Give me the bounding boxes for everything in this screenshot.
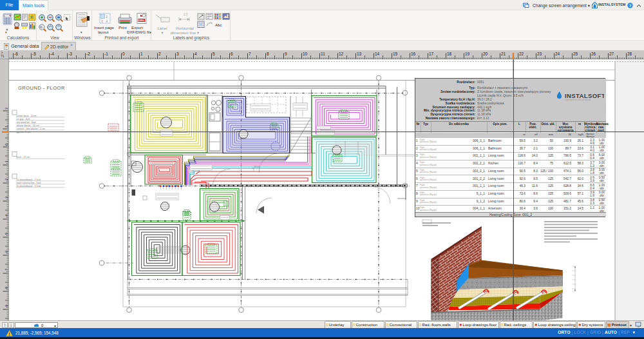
svg-text:7: 7 — [249, 52, 251, 56]
svg-text:17: 17 — [429, 52, 434, 56]
svg-text:-7: -7 — [5, 268, 8, 272]
svg-text:-1: -1 — [104, 52, 108, 56]
svg-text:layout: layout — [98, 30, 109, 34]
svg-text:19: 19 — [465, 52, 470, 56]
svg-text:2x plasterboard - 2.5cm: 2x plasterboard - 2.5cm — [17, 185, 41, 188]
svg-text:27: 27 — [609, 52, 614, 56]
svg-text:21: 21 — [501, 52, 506, 56]
svg-text:t i e e n p e r f e c t e: t i e e n p e r f e c t e s o f t w a r … — [565, 99, 591, 101]
svg-text:2: 2 — [5, 107, 8, 110]
svg-text:GROUND - FLOOR: GROUND - FLOOR — [18, 85, 65, 91]
svg-text:5: 5 — [213, 52, 215, 56]
svg-text:2x plasterboard - 2.5cm: 2x plasterboard - 2.5cm — [17, 179, 41, 181]
svg-text:anti-wind foil - 8um: anti-wind foil - 8um — [17, 121, 36, 124]
svg-text:20: 20 — [483, 52, 488, 56]
svg-text:%: % — [40, 26, 43, 29]
svg-text:4: 4 — [194, 52, 197, 56]
svg-text:Export: Export — [131, 25, 143, 30]
svg-text:-2: -2 — [86, 52, 90, 56]
svg-text:11: 11 — [321, 52, 325, 56]
svg-text:2: 2 — [158, 52, 161, 56]
svg-text:04.00: 04.00 — [254, 165, 261, 168]
svg-text:-6: -6 — [5, 250, 8, 254]
svg-text:-2: -2 — [5, 178, 8, 182]
svg-text:clinker brick - 12cm: clinker brick - 12cm — [17, 115, 37, 117]
svg-text:0: 0 — [122, 52, 125, 56]
svg-text:-4: -4 — [50, 52, 54, 56]
svg-text:10: 10 — [303, 52, 308, 56]
svg-text:silicate blocks - 24 cm: silicate blocks - 24 cm — [17, 124, 39, 127]
svg-text:26: 26 — [591, 52, 596, 56]
svg-text:air gap - 4cm: air gap - 4cm — [17, 118, 30, 121]
svg-text:-8: -8 — [5, 286, 8, 290]
svg-text:-5: -5 — [32, 52, 36, 56]
svg-text:22: 22 — [519, 52, 524, 56]
svg-text:brick - 25 cm: brick - 25 cm — [17, 156, 30, 159]
svg-text:DXF/DWG file: DXF/DWG file — [127, 30, 151, 34]
svg-text:Insert page: Insert page — [94, 25, 115, 30]
svg-text:9: 9 — [285, 52, 287, 56]
svg-text:12: 12 — [339, 52, 344, 56]
svg-text:25: 25 — [573, 52, 578, 56]
svg-text:-4: -4 — [5, 214, 8, 218]
svg-text:16: 16 — [411, 52, 416, 56]
svg-text:2.0: 2.0 — [184, 13, 188, 16]
svg-text:8: 8 — [267, 52, 269, 56]
svg-text:13: 13 — [357, 52, 362, 56]
svg-text:-3: -3 — [68, 52, 72, 56]
svg-text:-6: -6 — [14, 52, 18, 56]
svg-text:15: 15 — [393, 52, 398, 56]
svg-text:▾: ▾ — [5, 30, 7, 34]
svg-text:-5: -5 — [5, 232, 8, 236]
svg-text:23: 23 — [537, 52, 542, 56]
svg-text:-1: -1 — [5, 160, 8, 164]
svg-text:24: 24 — [555, 52, 560, 56]
svg-text:!: ! — [8, 331, 10, 336]
svg-text:14: 14 — [375, 52, 380, 56]
svg-text:▾: ▾ — [80, 30, 82, 34]
svg-text:6: 6 — [231, 52, 233, 56]
svg-text:1: 1 — [140, 52, 143, 56]
svg-text:steel construction - 5cm: steel construction - 5cm — [17, 182, 41, 184]
svg-text:-3: -3 — [5, 196, 8, 200]
svg-text:?: ? — [629, 4, 632, 8]
svg-text:INSTALSOFT: INSTALSOFT — [565, 92, 604, 99]
svg-text:28: 28 — [627, 52, 632, 56]
svg-text:-9: -9 — [5, 304, 8, 308]
svg-text:18: 18 — [447, 52, 452, 56]
svg-text:Print: Print — [118, 25, 127, 30]
svg-text:cement - lime plaster - 2 cm: cement - lime plaster - 2 cm — [17, 128, 45, 130]
svg-text:Abc: Abc — [215, 23, 222, 27]
svg-text:DWG: DWG — [138, 19, 144, 22]
svg-text:3: 3 — [176, 52, 179, 56]
